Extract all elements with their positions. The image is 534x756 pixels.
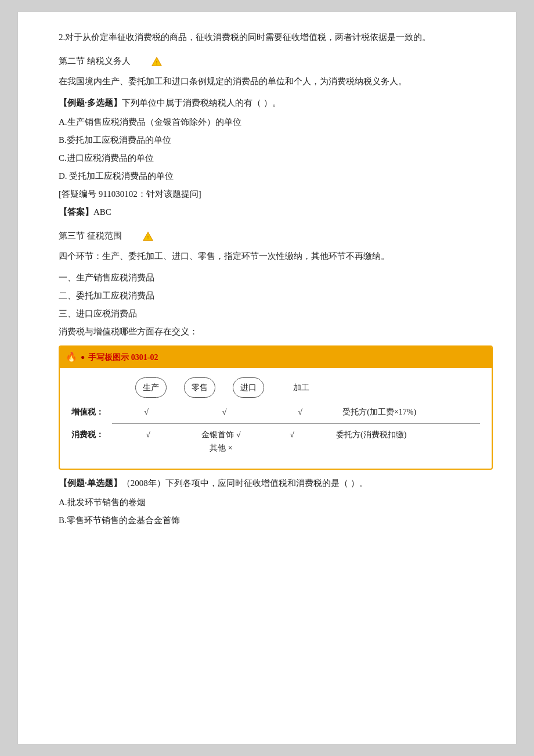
answer1-text: ABC <box>93 207 111 217</box>
col1-label: 生产 <box>135 377 167 398</box>
diagram-box: 🔥 ● 手写板图示 0301-02 生产 零售 进口 加工 增值税： √ √ √… <box>59 345 493 470</box>
row2-c1: √ <box>112 429 184 441</box>
example1-block: 【例题·多选题】下列单位中属于消费税纳税人的有（ ）。 <box>59 95 493 111</box>
example2-b: B.零售环节销售的金基合金首饰 <box>59 513 493 528</box>
section2-title-text: 第二节 纳税义务人 <box>41 53 131 69</box>
row2-label: 消费税： <box>71 429 112 441</box>
row2-c2-main: 金银首饰 √ <box>186 429 256 441</box>
row2-c4: 委托方(消费税扣缴) <box>334 429 480 441</box>
row1-c3: √ <box>266 406 334 419</box>
diagram-header-title: 手写板图示 0301-02 <box>88 350 158 365</box>
answer1-label: 【答案】 <box>59 207 93 217</box>
example1-query: [答疑编号 911030102：针对该题提问] <box>59 186 493 202</box>
example2-label: 【例题·单选题】 <box>59 478 122 488</box>
example1-a: A.生产销售应税消费品（金银首饰除外）的单位 <box>59 114 493 130</box>
para3: 四个环节：生产、委托加工、进口、零售，指定环节一次性缴纳，其他环节不再缴纳。 <box>41 249 493 264</box>
example1-c: C.进口应税消费品的单位 <box>59 150 493 166</box>
diagram-header: 🔥 ● 手写板图示 0301-02 <box>60 347 492 368</box>
diagram-col-labels: 生产 零售 进口 加工 <box>83 377 480 398</box>
diagram-row1: 增值税： √ √ √ 受托方(加工费×17%) <box>71 406 480 419</box>
warning-icon-2: ! <box>125 231 136 242</box>
para1: 2.对于从价定率征收消费税的商品，征收消费税的同时需要征收增值税，两者计税依据是… <box>41 30 493 45</box>
diagram-icon1: 🔥 <box>66 349 77 366</box>
answer1-block: 【答案】ABC <box>59 204 493 220</box>
diagram-icon2: ● <box>81 351 85 364</box>
example1-text: 下列单位中属于消费税纳税人的有（ ）。 <box>122 98 281 107</box>
warning-icon-1: ! <box>134 56 145 67</box>
section3-title: 第三节 征税范围 ! <box>41 228 493 244</box>
row-divider <box>112 423 480 424</box>
row2-c3: √ <box>256 429 328 441</box>
item1: 一、生产销售应税消费品 <box>59 270 493 286</box>
row1-label: 增值税： <box>71 406 112 419</box>
example1-label: 【例题·多选题】 <box>59 98 122 107</box>
para2: 在我国境内生产、委托加工和进口条例规定的消费品的单位和个人，为消费税纳税义务人。 <box>41 74 493 89</box>
section3-title-text: 第三节 征税范围 <box>41 228 122 244</box>
page: 2.对于从价定率征收消费税的商品，征收消费税的同时需要征收增值税，两者计税依据是… <box>17 12 517 744</box>
diagram-row2: 消费税： √ 金银首饰 √ 其他 × √ 委托方(消费税扣缴) <box>71 429 480 455</box>
col4-label: 加工 <box>287 378 315 397</box>
item3: 三、进口应税消费品 <box>59 306 493 322</box>
example2-a: A.批发环节销售的卷烟 <box>59 495 493 510</box>
item2: 二、委托加工应税消费品 <box>59 288 493 304</box>
diagram-body: 生产 零售 进口 加工 增值税： √ √ √ 受托方(加工费×17%) 消费税：… <box>60 368 492 469</box>
col2-label: 零售 <box>184 377 215 398</box>
example1-b: B.委托加工应税消费品的单位 <box>59 132 493 148</box>
svg-text:!: ! <box>156 59 157 65</box>
para4: 消费税与增值税哪些方面存在交义： <box>59 324 493 340</box>
row2-c2-sub: 其他 × <box>186 442 256 455</box>
example2-block: 【例题·单选题】（2008年）下列各项中，应同时征收增值税和消费税的是（ ）。 <box>59 476 493 491</box>
row1-c2: √ <box>190 406 258 419</box>
section2-title: 第二节 纳税义务人 ! <box>41 53 493 69</box>
col3-label: 进口 <box>233 377 264 398</box>
row2-c2-container: 金银首饰 √ 其他 × <box>186 429 256 455</box>
row1-c4: 受托方(加工费×17%) <box>340 406 480 419</box>
example2-text: （2008年）下列各项中，应同时征收增值税和消费税的是（ ）。 <box>122 478 368 488</box>
svg-text:!: ! <box>147 234 149 240</box>
example1-d: D. 受托加工应税消费品的单位 <box>59 168 493 184</box>
row1-c1: √ <box>112 406 181 419</box>
